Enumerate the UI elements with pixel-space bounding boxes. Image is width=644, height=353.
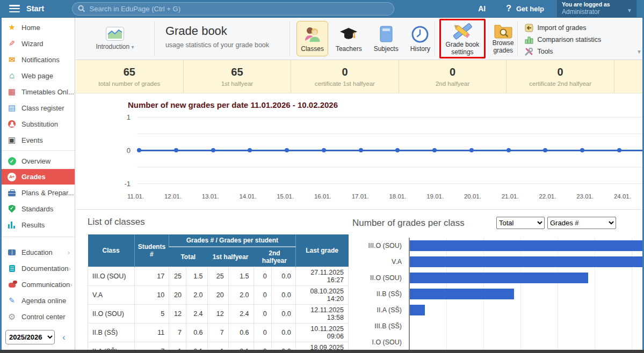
sidebar-item-plans[interactable]: Plans & Prepar...	[0, 185, 75, 201]
col-header-total[interactable]: Total	[169, 247, 207, 267]
book-icon	[379, 25, 394, 43]
stat-certificate-2nd-halfyear: 0certificate 2nd halfyear	[506, 60, 614, 93]
y-tick-label: 1	[127, 113, 131, 121]
briefcase-icon	[8, 191, 16, 196]
main-content: Introduction ▾ Grade book usage statisti…	[76, 18, 644, 353]
notebook-icon	[7, 103, 17, 113]
sidebar-divider	[0, 150, 75, 151]
sidebar-item-web-page[interactable]: Web page	[0, 68, 75, 84]
y-tick-label: -1	[124, 180, 131, 188]
table-row[interactable]: II.B (SŠ)1170.670.600.010.11.2025 09:06	[88, 323, 349, 342]
user-name: Administrator	[562, 8, 632, 16]
table-row[interactable]: V.A10202.0202.000.008.10.2025 14:20	[88, 286, 349, 305]
stat-certificate-1st-halfyear: 0certificate 1st halfyear	[291, 60, 399, 93]
col-header-last-grade[interactable]: Last grade	[295, 234, 348, 267]
grades-per-class-panel: Number of grades per class Total Grades …	[347, 210, 644, 353]
pencil-ruler-icon	[451, 21, 474, 41]
calendar-icon	[7, 135, 17, 145]
chart-title: Number of new grades per date 11.01.2026…	[128, 100, 338, 109]
get-help-button[interactable]: Get help	[516, 5, 544, 13]
sidebar-item-notifications[interactable]: Notifications	[0, 52, 75, 68]
divider	[435, 21, 435, 56]
sidebar-item-communication[interactable]: Communication	[0, 276, 75, 292]
classes-table: Class Students # Grades # / Grades per s…	[88, 234, 349, 353]
line-chart-plot: 1 0 -1	[137, 117, 644, 183]
sidebar-item-events[interactable]: Events	[0, 132, 75, 148]
chevron-down-icon: ▼	[627, 8, 632, 13]
period-filter-select[interactable]: Total	[496, 217, 545, 229]
stat-stub	[614, 60, 644, 93]
col-header-class[interactable]: Class	[88, 234, 135, 267]
chevron-right-icon	[68, 264, 70, 273]
import-of-grades-button[interactable]: Import of grades	[524, 22, 644, 34]
sidebar-item-results[interactable]: Results	[0, 217, 75, 233]
toolbar-menu: Import of grades Comparison statistics T…	[524, 18, 644, 60]
y-tick-label: 0	[127, 146, 131, 155]
search-box[interactable]	[72, 2, 394, 16]
collapse-sidebar-icon[interactable]: ‹	[62, 332, 66, 343]
pen-icon	[7, 296, 17, 305]
table-row[interactable]: II.O (SOU)5122.4122.400.012.11.2025 13:5…	[88, 305, 349, 323]
sidebar-item-timetables[interactable]: Timetables Onl...	[0, 84, 75, 100]
chevron-down-icon: ▾	[132, 44, 134, 50]
sidebar-item-agenda-online[interactable]: Agenda online	[0, 292, 75, 308]
panel-heading: Number of grades per class	[352, 218, 465, 229]
panel-heading: List of classes	[88, 217, 347, 227]
divider	[517, 21, 518, 56]
search-input[interactable]	[90, 5, 389, 13]
tab-classes[interactable]: Classes	[296, 21, 328, 56]
tab-teachers[interactable]: Teachers	[331, 21, 366, 56]
table-row[interactable]: III.O (SOU)17251.5251.500.027.11.2025 16…	[88, 267, 349, 286]
graduation-cap-icon	[339, 25, 358, 43]
grade-book-settings-button[interactable]: Grade book settings	[439, 19, 486, 59]
sidebar-item-class-register[interactable]: Class register	[0, 100, 75, 116]
sidebar-item-wizard[interactable]: Wizard	[0, 35, 75, 52]
col-header-grades-group: Grades # / Grades per student	[169, 234, 296, 247]
grade-stats-strip: 65total number of grades 651st halfyear …	[76, 60, 644, 93]
folder-search-icon	[494, 23, 513, 39]
x-axis-labels: 11.01.12.01.13.01.14.01.15.01.16.01.17.0…	[127, 193, 631, 200]
list-of-classes-panel: List of classes Class Students # Grades …	[76, 210, 347, 353]
browse-grades-button[interactable]: Browse grades	[489, 18, 517, 60]
star-icon	[7, 23, 17, 32]
sidebar-item-control-center[interactable]: Control center	[0, 308, 75, 325]
school-year-select[interactable]: 2025/2026	[5, 330, 55, 344]
window-frame	[0, 350, 644, 353]
sidebar-item-home[interactable]: Home	[0, 19, 75, 35]
book-icon	[8, 249, 16, 255]
sidebar: Home Wizard Notifications Web page Timet…	[0, 18, 75, 350]
tab-history[interactable]: History	[406, 21, 435, 56]
shield-check-icon	[9, 205, 16, 213]
chevron-down-icon: ▼	[636, 49, 642, 55]
col-header-2nd-halfyear[interactable]: 2nd halfyear	[254, 247, 295, 267]
gear-icon	[7, 312, 17, 322]
page-title-block: Grade book usage statistics of your grad…	[155, 18, 290, 60]
col-header-students[interactable]: Students #	[134, 234, 169, 267]
sidebar-item-documentation[interactable]: Documentation	[0, 260, 75, 276]
bar	[410, 305, 425, 315]
search-icon	[78, 5, 85, 12]
col-header-1st-halfyear[interactable]: 1st halfyear	[207, 247, 254, 267]
clock-icon	[411, 25, 429, 43]
introduction-button[interactable]: Introduction ▾	[76, 18, 154, 60]
start-label[interactable]: Start	[26, 4, 44, 13]
user-menu[interactable]: You are logged as Administrator ▼	[557, 0, 636, 18]
sidebar-item-education[interactable]: Education	[0, 244, 75, 260]
sidebar-item-standards[interactable]: Standards	[0, 201, 75, 217]
people-icon	[303, 25, 322, 43]
tools-button[interactable]: Tools ▼	[524, 46, 644, 57]
view-tabs: Classes Teachers Subjects History	[290, 18, 435, 60]
magic-wand-icon	[7, 39, 17, 48]
sidebar-item-overview[interactable]: Overview	[0, 153, 75, 169]
page-title: Grade book	[165, 24, 290, 38]
new-grades-line-chart: Number of new grades per date 11.01.2026…	[76, 93, 644, 210]
sidebar-item-substitution[interactable]: Substitution	[0, 116, 75, 132]
sidebar-divider	[0, 237, 75, 237]
tab-subjects[interactable]: Subjects	[370, 21, 403, 56]
timetable-grid-icon	[7, 87, 17, 97]
hamburger-menu-icon[interactable]	[9, 5, 20, 12]
metric-filter-select[interactable]: Grades #	[547, 217, 616, 229]
comparison-statistics-button[interactable]: Comparison statistics	[524, 34, 644, 46]
sidebar-item-grades[interactable]: Grades	[0, 169, 75, 185]
ai-button[interactable]: AI	[478, 4, 486, 13]
